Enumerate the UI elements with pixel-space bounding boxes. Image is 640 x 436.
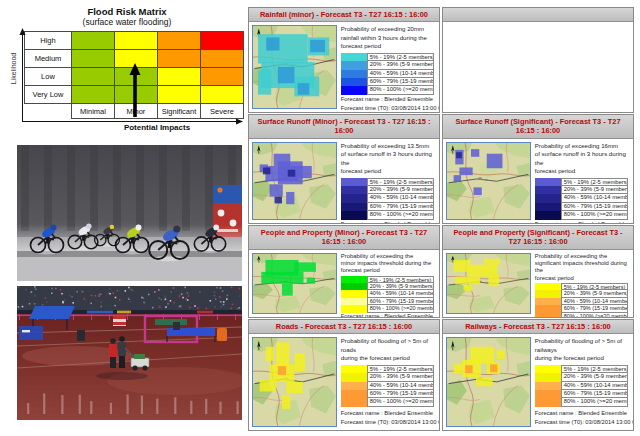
matrix-risk-cell bbox=[72, 86, 114, 103]
description-line: Probability of exceeding the bbox=[341, 253, 436, 260]
legend-color-swatch bbox=[341, 78, 367, 86]
legend-color-swatch bbox=[341, 178, 367, 186]
description-line: Probability of exceeding the bbox=[535, 253, 630, 260]
description-line: Probability of exceeding 13.5mm bbox=[341, 142, 436, 151]
matrix-risk-cell bbox=[158, 32, 200, 49]
matrix-risk-cell bbox=[115, 50, 157, 67]
panel-footer: Forecast name : Blended Ensemble Forecas… bbox=[341, 409, 436, 427]
matrix-risk-cell bbox=[201, 68, 243, 85]
legend-label: 80% - 100% (>=20 members) bbox=[367, 304, 434, 312]
legend-color-swatch bbox=[341, 382, 367, 390]
legend-color-swatch bbox=[535, 390, 561, 398]
matrix-risk-cell bbox=[115, 68, 157, 85]
panel-description: Probability of flooding of > 5m of roads… bbox=[341, 337, 436, 363]
legend-color-swatch bbox=[341, 53, 367, 61]
description-line: forecast period bbox=[341, 167, 436, 176]
probability-legend: 5% - 19% (2-5 members)20% - 39% (5-9 mem… bbox=[341, 53, 434, 95]
cycling-race-rain-photo bbox=[17, 145, 242, 281]
matrix-risk-cell bbox=[115, 32, 157, 49]
description-line: during the forecast period bbox=[535, 354, 630, 363]
legend-color-swatch bbox=[341, 86, 367, 94]
probability-map bbox=[446, 253, 531, 315]
description-line: rainfall within 3 hours during the bbox=[341, 34, 436, 43]
matrix-risk-cell bbox=[201, 86, 243, 103]
legend-row: 80% - 100% (>=20 members) bbox=[341, 305, 434, 312]
legend-color-swatch bbox=[535, 186, 561, 194]
matrix-table: Likelihood HighMediumLowVery Low Minimal… bbox=[8, 31, 246, 119]
forecast-time: Forecast time (T0): 03/08/2014 13:00 GMT bbox=[535, 418, 630, 427]
probability-legend: 5% - 19% (2-5 members)20% - 39% (5-9 mem… bbox=[341, 178, 434, 220]
legend-color-swatch bbox=[341, 70, 367, 78]
description-line: Probability of exceeding 16mm bbox=[535, 142, 630, 151]
legend-label: 80% - 100% (>=20 members) bbox=[561, 397, 628, 406]
flooded-track-photo bbox=[17, 286, 242, 420]
forecast-name: Forecast name : Blended Ensemble bbox=[341, 220, 436, 224]
matrix-risk-cell bbox=[201, 50, 243, 67]
matrix-column-label: Severe bbox=[201, 104, 243, 118]
legend-row: 80% - 100% (>=20 members) bbox=[341, 86, 434, 94]
legend-color-swatch bbox=[341, 186, 367, 194]
legend-color-swatch bbox=[341, 211, 367, 219]
description-line: of surface runoff in 3 hours during the bbox=[341, 150, 436, 167]
forecast-time: Forecast time (T0): 03/08/2014 13:00 GMT bbox=[341, 104, 436, 113]
probability-map bbox=[252, 337, 337, 427]
matrix-risk-cell bbox=[201, 32, 243, 49]
legend-row: 80% - 100% (>=20 members) bbox=[341, 398, 434, 406]
matrix-column-labels: MinimalMinorSignificantSevere bbox=[71, 104, 244, 119]
legend-color-swatch bbox=[535, 313, 561, 318]
probability-legend: 5% - 19% (2-5 members)20% - 39% (5-9 mem… bbox=[535, 178, 628, 220]
matrix-y-axis-label: Likelihood bbox=[10, 33, 17, 105]
matrix-grid: HighMediumLowVery Low bbox=[24, 31, 244, 104]
report-figure: Flood Risk Matrix (surface water floodin… bbox=[0, 0, 640, 436]
panel-footer: Forecast name : Blended Ensemble Forecas… bbox=[341, 95, 436, 113]
matrix-title: Flood Risk Matrix bbox=[8, 6, 246, 17]
forecast-name: Forecast name : Blended Ensemble bbox=[341, 313, 436, 318]
description-line: Probability of flooding of > 5m of railw… bbox=[535, 337, 630, 354]
panel-description: Probability of exceeding thesignificant … bbox=[535, 253, 630, 283]
legend-color-swatch bbox=[341, 390, 367, 398]
forecast-time: Forecast time (T0): 03/08/2014 13:00 GMT bbox=[341, 418, 436, 427]
probability-map bbox=[446, 142, 531, 221]
matrix-row-label: Very Low bbox=[25, 86, 71, 103]
legend-color-swatch bbox=[535, 382, 561, 390]
forecast-panel-railways: Railways - Forecast T3 - T27 16:15 : 16:… bbox=[442, 319, 634, 431]
forecast-name: Forecast name : Blended Ensemble bbox=[535, 220, 630, 224]
forecast-name: Forecast name : Blended Ensemble bbox=[341, 409, 436, 418]
legend-color-swatch bbox=[341, 276, 367, 283]
probability-map bbox=[446, 337, 531, 427]
forecast-panel-people-property-significant: People and Property (Significant) - Fore… bbox=[442, 225, 634, 318]
legend-color-swatch bbox=[341, 398, 367, 406]
legend-label: 80% - 100% (>=20 members) bbox=[561, 312, 628, 318]
description-line: forecast period bbox=[341, 42, 436, 51]
panel-footer: Forecast name : Blended Ensemble Forecas… bbox=[341, 313, 436, 318]
probability-map bbox=[252, 142, 337, 221]
matrix-risk-cell bbox=[72, 32, 114, 49]
description-line: Probability of exceeding 20mm bbox=[341, 25, 436, 34]
panel-description: Probability of exceeding 20mmrainfall wi… bbox=[341, 25, 436, 51]
matrix-risk-cell bbox=[158, 50, 200, 67]
flood-risk-matrix: Flood Risk Matrix (surface water floodin… bbox=[8, 6, 246, 132]
legend-color-swatch bbox=[535, 283, 561, 290]
matrix-risk-cell bbox=[158, 86, 200, 103]
legend-label: 80% - 100% (>=20 members) bbox=[367, 397, 434, 406]
probability-legend: 5% - 19% (2-5 members)20% - 39% (5-9 mem… bbox=[341, 276, 434, 313]
panel-footer: Forecast name : Blended Ensemble Forecas… bbox=[341, 220, 436, 224]
forecast-panel-roads: Roads - Forecast T3 - T27 16:15 : 16:00 … bbox=[248, 319, 440, 431]
panel-description: Probability of exceeding 16mmof surface … bbox=[535, 142, 630, 176]
description-line: forecast period bbox=[341, 267, 436, 274]
empty-panel-cell bbox=[442, 7, 634, 113]
matrix-risk-cell bbox=[115, 86, 157, 103]
panel-description: Probability of exceeding theminor impact… bbox=[341, 253, 436, 275]
legend-color-swatch bbox=[341, 365, 367, 373]
description-line: forecast period bbox=[535, 275, 630, 282]
panel-title: Surface Runoff (Significant) - Forecast … bbox=[443, 115, 633, 139]
probability-legend: 5% - 19% (2-5 members)20% - 39% (5-9 mem… bbox=[535, 365, 628, 407]
legend-label: 80% - 100% (>=20 members) bbox=[367, 85, 434, 94]
panel-description: Probability of flooding of > 5m of railw… bbox=[535, 337, 630, 363]
matrix-risk-cell bbox=[158, 68, 200, 85]
legend-color-swatch bbox=[341, 373, 367, 381]
description-line: during the forecast period bbox=[341, 354, 436, 363]
description-line: significant impacts threshold during the bbox=[535, 260, 630, 275]
panel-title: Surface Runoff (Minor) - Forecast T3 - T… bbox=[249, 115, 439, 139]
legend-color-swatch bbox=[535, 373, 561, 381]
